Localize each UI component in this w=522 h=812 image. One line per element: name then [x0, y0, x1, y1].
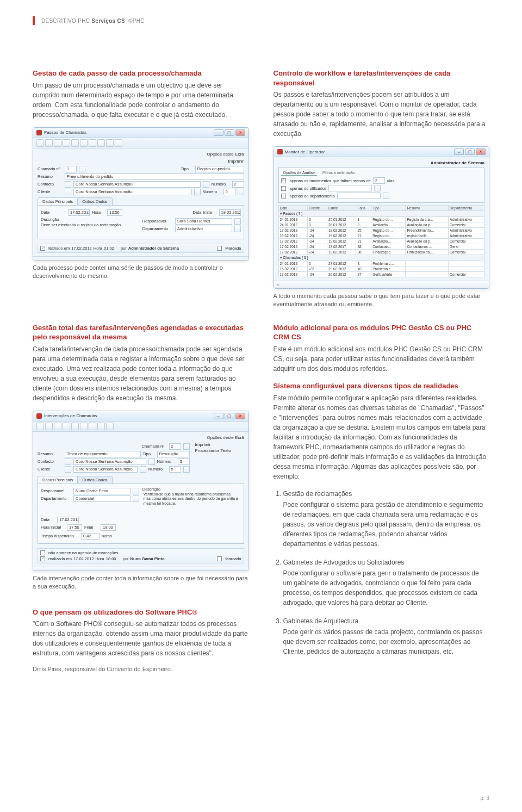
numero-field[interactable]: 5 — [169, 466, 181, 473]
minimize-button[interactable]: – — [214, 413, 223, 419]
table-row[interactable]: 24.01.2012027.01.20123Problema c… — [278, 261, 484, 266]
data-field[interactable]: 17.02.2012 — [57, 517, 79, 523]
lookup-button[interactable] — [140, 466, 146, 473]
col-falta[interactable]: Falta — [356, 206, 371, 211]
minimize-button[interactable]: – — [454, 148, 464, 155]
chk-departamento[interactable] — [281, 194, 286, 199]
lookup-button[interactable] — [238, 189, 244, 195]
table-row[interactable]: 24.01.2012025.01.20121Registo do…Registo… — [278, 217, 484, 222]
tipo-field[interactable]: Registo do pedido — [195, 166, 244, 172]
dias-field[interactable]: 2 — [373, 177, 385, 184]
resumo-field[interactable]: Preenchimento do pedido — [65, 173, 244, 180]
dropdown-button[interactable] — [133, 495, 139, 502]
cliente-field[interactable]: Coro Nossa Senhora Assunção — [73, 466, 138, 473]
maximize-button[interactable]: ▢ — [225, 413, 234, 419]
tab-outros-dados[interactable]: Outros Dados — [77, 197, 112, 205]
lookup-button[interactable] — [65, 181, 71, 188]
minimize-button[interactable]: – — [214, 129, 223, 136]
hora-field[interactable]: 13:56 — [107, 209, 122, 216]
departamento-field[interactable]: Administrativo — [175, 226, 232, 232]
tab-outros-dados[interactable]: Outros Dados — [77, 476, 112, 484]
fechado-checkbox[interactable]: ✓ — [40, 246, 45, 251]
numero-field[interactable]: 2 — [232, 181, 244, 188]
toolbar-button[interactable] — [115, 139, 122, 147]
realizada-data-field[interactable]: 17.02.2012 — [73, 556, 94, 561]
close-button[interactable]: ✕ — [235, 129, 245, 136]
proce-texto-button[interactable]: Processador Texto — [195, 448, 244, 453]
tempo-field[interactable]: 0,42 — [81, 533, 100, 540]
realizada-checkbox[interactable]: ✓ — [40, 556, 45, 561]
toolbar-button[interactable] — [80, 423, 88, 430]
marcada-checkbox[interactable] — [217, 246, 222, 251]
dropdown-button[interactable] — [374, 185, 381, 191]
tab-opcoes-analise[interactable]: Opções de Análise — [281, 170, 317, 176]
toolbar-button[interactable] — [54, 139, 61, 147]
tipo-field[interactable]: Resolução — [157, 451, 190, 457]
chamada-field[interactable]: 2 — [169, 443, 181, 450]
dropdown-button[interactable] — [234, 226, 241, 232]
table-row[interactable]: 19.02.2012-2419.02.201221Registo do…regi… — [278, 233, 484, 239]
toolbar-button[interactable] — [71, 423, 79, 430]
responsavel-field[interactable]: Nuno Gama Pinto — [73, 488, 130, 494]
realizada-hora-field[interactable]: 18:00 — [106, 556, 121, 561]
tab-dados-principais[interactable]: Dados Principais — [38, 197, 78, 205]
desc-field[interactable]: Verificou-se que a flauta tinha realment… — [142, 492, 241, 513]
dropdown-button[interactable] — [383, 193, 389, 199]
lookup-button[interactable] — [148, 458, 155, 465]
close-button[interactable]: ✕ — [235, 413, 245, 419]
resumo-field[interactable]: Troca de equipamento — [65, 451, 141, 457]
toolbar-button[interactable] — [89, 139, 96, 147]
toolbar-button[interactable] — [106, 139, 114, 147]
chamada-field[interactable]: 1 — [65, 166, 77, 172]
lookup-button[interactable] — [65, 466, 71, 473]
table-row[interactable]: 17.02.2012-2419.02.201225Registo do…Pree… — [278, 228, 484, 233]
marcada-checkbox[interactable] — [217, 556, 222, 561]
dropdown-button[interactable] — [234, 218, 241, 225]
hora-inicial-field[interactable]: 17:50 — [67, 524, 82, 531]
responsavel-field[interactable]: Sara Sofia Ramos — [175, 218, 232, 225]
utilizador-field[interactable] — [328, 185, 372, 191]
lookup-button[interactable] — [183, 443, 190, 450]
toolbar-button[interactable] — [71, 139, 79, 147]
print-button[interactable]: Imprimir — [228, 159, 244, 164]
contacto-field[interactable]: Coro Nossa Senhora Assunção — [73, 458, 146, 465]
tab-filtros[interactable]: Filtros e ordenação — [320, 170, 357, 176]
toolbar-button[interactable] — [106, 423, 114, 430]
table-row[interactable]: 17.02.2012-2419.02.201236FinalizaçãoFina… — [278, 250, 484, 255]
lookup-button[interactable] — [194, 189, 201, 195]
nao-agenda-checkbox[interactable] — [40, 550, 45, 555]
toolbar-button[interactable] — [36, 139, 44, 147]
fechado-data-field[interactable]: 17.02.2012 — [71, 246, 92, 251]
tab-dados-principais[interactable]: Dados Principais — [38, 476, 78, 484]
print-button[interactable]: Imprimir — [195, 442, 244, 447]
toolbar-button[interactable] — [36, 423, 44, 430]
toolbar-button[interactable] — [45, 139, 53, 147]
toolbar-button[interactable] — [89, 423, 96, 430]
toolbar-button[interactable] — [63, 423, 70, 430]
lookup-button[interactable] — [183, 466, 190, 473]
lookup-button[interactable] — [203, 181, 209, 188]
fechado-hora-field[interactable]: 01:02 — [104, 246, 119, 251]
contacto-field[interactable]: Coro Nossa Senhora Assunção — [73, 181, 201, 188]
toolbar-button[interactable] — [63, 139, 70, 147]
hora-final-field[interactable]: 18:00 — [101, 524, 116, 531]
maximize-button[interactable]: ▢ — [225, 129, 234, 136]
lookup-button[interactable] — [79, 166, 85, 172]
col-tipo[interactable]: Tipo — [371, 206, 406, 211]
chk-falta-dias[interactable]: ✓ — [281, 178, 286, 183]
toolbar-button[interactable] — [54, 423, 61, 430]
lookup-button[interactable] — [65, 458, 71, 465]
table-row[interactable]: 17.02.2012-2419.02.201221Avaliação…Avali… — [278, 239, 484, 244]
toolbar-button[interactable] — [45, 423, 53, 430]
toolbar-button[interactable] — [80, 139, 88, 147]
maximize-button[interactable]: ▢ — [465, 148, 475, 155]
close-button[interactable]: ✕ — [476, 148, 486, 155]
table-row[interactable]: 17.02.2012-2417.02.201738Contactar…Conta… — [278, 244, 484, 250]
lookup-button[interactable] — [65, 189, 71, 195]
data-field[interactable]: 17.02.2012 — [68, 209, 90, 216]
table-row[interactable]: 15.02.2012-2229.02.201210Problema c… — [278, 266, 484, 272]
table-row[interactable]: 24.01.2012026.01.20122Avaliação…Avaliaçã… — [278, 222, 484, 228]
table-row[interactable]: 17.02.2012-2420.02.201227GerfusufériaCom… — [278, 272, 484, 277]
toolbar-button[interactable] — [97, 139, 105, 147]
col-departamento[interactable]: Departamento — [449, 206, 484, 211]
